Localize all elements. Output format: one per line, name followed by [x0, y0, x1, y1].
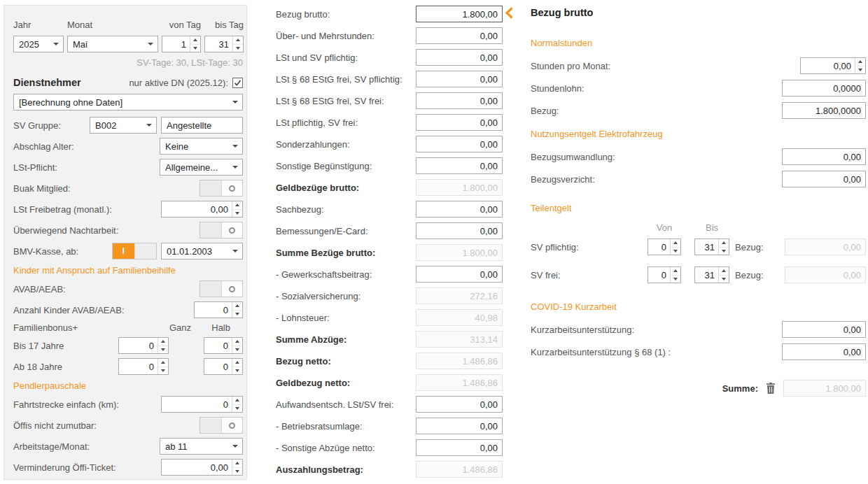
- amount-field[interactable]: 1.800,00: [416, 6, 503, 22]
- spin-down-icon[interactable]: [232, 311, 242, 318]
- sv-frei-bezug-field: 0,00: [785, 266, 866, 283]
- amount-field[interactable]: 0,00: [416, 266, 503, 283]
- spin-down-icon[interactable]: [671, 276, 680, 283]
- row-label: Bezug brutto:: [276, 9, 416, 20]
- amount-field[interactable]: 0,00: [416, 71, 503, 87]
- spin-down-icon[interactable]: [855, 66, 865, 74]
- sv-frei-von-stepper[interactable]: 0: [648, 266, 681, 283]
- spin-up-icon[interactable]: [855, 58, 865, 66]
- spin-up-icon[interactable]: [719, 267, 729, 276]
- spin-up-icon[interactable]: [232, 397, 242, 405]
- buak-toggle[interactable]: [200, 180, 243, 197]
- amount-field[interactable]: 0,00: [416, 136, 503, 152]
- sv-gruppe-name-field[interactable]: Angestellte: [161, 117, 243, 134]
- spin-up-icon[interactable]: [232, 302, 242, 311]
- bis-tag-stepper[interactable]: 31: [204, 36, 244, 52]
- ab18-ganz-stepper[interactable]: 0: [118, 358, 169, 375]
- dienstnehmer-select[interactable]: [Berechnung ohne Daten]: [13, 94, 243, 111]
- lst-freibetrag-stepper[interactable]: 0,00: [161, 201, 243, 218]
- stunden-pro-monat-value: 0,00: [801, 58, 855, 73]
- sv-frei-von-value: 0: [648, 267, 670, 283]
- abschlag-alter-select[interactable]: Keine: [160, 138, 243, 155]
- spin-down-icon[interactable]: [158, 367, 168, 375]
- bmv-date-select[interactable]: 01.01.2003: [161, 243, 243, 259]
- oeffis-toggle[interactable]: [200, 417, 243, 434]
- spin-up-icon[interactable]: [158, 338, 168, 346]
- bmv-kasse-toggle[interactable]: I: [112, 243, 157, 259]
- arbeitstage-select[interactable]: ab 11: [160, 438, 243, 455]
- stunden-pro-monat-row: Stunden pro Monat: 0,00: [531, 57, 866, 74]
- spin-down-icon[interactable]: [232, 367, 242, 375]
- spin-up-icon[interactable]: [671, 239, 680, 248]
- bezugsverzicht-field[interactable]: 0,00: [782, 171, 866, 187]
- monat-label: Monat: [67, 20, 158, 30]
- bezugsumwandlung-field[interactable]: 0,00: [782, 148, 866, 165]
- verminderung-stepper[interactable]: 0,00: [161, 459, 243, 476]
- bezug-field[interactable]: 1.800,0000: [782, 102, 866, 119]
- amount-field[interactable]: 0,00: [416, 222, 503, 239]
- spin-up-icon[interactable]: [232, 359, 242, 367]
- amount-field[interactable]: 0,00: [416, 49, 503, 66]
- spin-down-icon[interactable]: [671, 248, 680, 255]
- spin-down-icon[interactable]: [158, 346, 168, 354]
- fahrtstrecke-stepper[interactable]: 0: [161, 396, 243, 413]
- dienstnehmer-header: Dienstnehmer nur aktive DN (2025.12):: [13, 77, 243, 88]
- avab-toggle[interactable]: [200, 280, 243, 297]
- spin-down-icon[interactable]: [232, 346, 242, 354]
- spin-down-icon[interactable]: [232, 468, 242, 476]
- amount-field[interactable]: 0,00: [416, 439, 503, 456]
- lst-freibetrag-label: LSt Freibetrag (monatl.):: [13, 204, 161, 215]
- amount-field[interactable]: 0,00: [416, 27, 503, 44]
- amount-field: 1.486,86: [416, 374, 503, 391]
- bis17-halb-stepper[interactable]: 0: [204, 337, 243, 354]
- spin-down-icon[interactable]: [232, 210, 242, 218]
- amount-field[interactable]: 0,00: [416, 201, 503, 218]
- stundenlohn-field[interactable]: 0,0000: [782, 80, 866, 97]
- amount-field[interactable]: 0,00: [416, 114, 503, 131]
- lst-pflicht-select[interactable]: Allgemeine...: [160, 159, 243, 176]
- nachtarbeit-toggle[interactable]: [200, 222, 243, 239]
- stunden-pro-monat-stepper[interactable]: 0,00: [800, 57, 866, 74]
- amount-field: 313,14: [416, 331, 503, 348]
- nur-aktive-dn-checkbox[interactable]: [232, 78, 243, 88]
- sv-frei-bis-stepper[interactable]: 31: [694, 266, 729, 283]
- spin-down-icon[interactable]: [232, 405, 242, 413]
- amount-field[interactable]: 0,00: [416, 92, 503, 109]
- bis17-ganz-stepper[interactable]: 0: [118, 337, 169, 354]
- row-summe-abzuege: Summe Abzüge:313,14: [276, 331, 503, 348]
- chevron-left-icon[interactable]: [505, 7, 514, 20]
- spin-up-icon[interactable]: [671, 267, 680, 276]
- ab18-halb-stepper[interactable]: 0: [204, 358, 243, 375]
- verminderung-row: Verminderung Öffi-Ticket: 0,00: [13, 459, 243, 476]
- amount-field[interactable]: 0,00: [416, 418, 503, 434]
- monat-select[interactable]: Mai: [67, 36, 158, 52]
- spin-up-icon[interactable]: [232, 201, 242, 210]
- kurzarbeitsunterstuetzung-field[interactable]: 0,00: [782, 321, 866, 338]
- summe-row: Summe: 1.800,00: [531, 380, 866, 397]
- spin-up-icon[interactable]: [190, 36, 200, 45]
- spin-up-icon[interactable]: [232, 460, 242, 468]
- jahr-select[interactable]: 2025: [13, 36, 64, 52]
- sv-pflichtig-von-stepper[interactable]: 0: [648, 239, 681, 255]
- teilentgelt-header: Von Bis: [531, 222, 866, 233]
- spin-down-icon[interactable]: [190, 45, 200, 52]
- bis17-halb-value: 0: [204, 338, 232, 353]
- anzahl-kinder-stepper[interactable]: 0: [194, 301, 243, 318]
- amount-field[interactable]: 0,00: [416, 157, 503, 174]
- spin-up-icon[interactable]: [232, 338, 242, 346]
- spin-down-icon[interactable]: [719, 248, 729, 255]
- spin-down-icon[interactable]: [233, 45, 243, 52]
- sv-pflichtig-bis-stepper[interactable]: 31: [694, 239, 729, 255]
- spin-up-icon[interactable]: [719, 239, 729, 248]
- amount-field[interactable]: 0,00: [416, 396, 503, 413]
- trash-icon[interactable]: [764, 381, 777, 395]
- spin-up-icon[interactable]: [233, 36, 243, 45]
- spin-up-icon[interactable]: [158, 359, 168, 367]
- von-tag-stepper[interactable]: 1: [162, 36, 201, 52]
- kurzarbeitsunterstuetzung-68-field[interactable]: 0,00: [782, 343, 866, 360]
- spinner-buttons: [232, 359, 242, 374]
- dienstnehmer-selection: [Berechnung ohne Daten]: [19, 97, 228, 108]
- sv-gruppe-select[interactable]: B002: [90, 117, 157, 134]
- spin-down-icon[interactable]: [719, 276, 729, 283]
- bis-tag-label: bis Tag: [204, 20, 244, 30]
